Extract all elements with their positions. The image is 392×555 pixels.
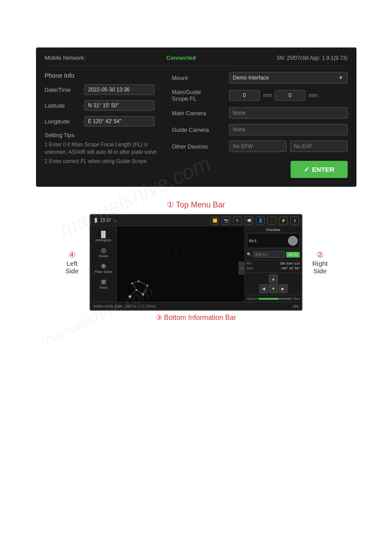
fl-input-2[interactable]: 0 <box>275 90 306 101</box>
dpad-down[interactable]: ▼ <box>269 284 278 293</box>
plate-solve-icon: ⊕ <box>101 262 106 269</box>
eaf-input[interactable]: No EAF <box>290 141 348 152</box>
datetime-input: 2022-05-30 13:36 <box>84 84 155 95</box>
latitude-row: Latitude N 31° 15′ 50″ <box>45 100 163 111</box>
enter-button[interactable]: ✓ ENTER <box>291 161 348 178</box>
tools-label: Tools <box>99 286 108 290</box>
speed-row: Speed Max <box>247 297 300 301</box>
demo-diagram: ④ Left Side 🔋 13:37 ↑↓ 📶 📷 ↻ 📢 👤 ⋮ <box>36 214 356 322</box>
setting-tips: Setting Tips 1 Enter 0 if Main Scope Foc… <box>45 132 163 165</box>
top-icons-group: 📶 📷 ↻ 📢 👤 ⋮ ⚡ ℹ <box>210 217 299 225</box>
screen-bottom-bar: 3008×3008 Gain: 100 24.1°C (20%) Idle <box>90 302 302 310</box>
sn-info: SN: 25f07c0d App: 1.9.1(9.73) <box>277 55 347 61</box>
fl-input-1[interactable]: 0 <box>229 90 260 101</box>
left-side-label: ④ Left Side <box>54 250 90 275</box>
preview-circle <box>288 236 298 246</box>
preview-box: Bin1 <box>247 233 300 248</box>
goto-button[interactable]: Go To <box>286 252 300 258</box>
person-icon[interactable]: 👤 <box>256 217 265 225</box>
main-camera-row: Main Camera None <box>172 107 348 119</box>
other-devices-control: No EFW No EAF <box>229 141 348 152</box>
ra-label: RA <box>247 261 252 265</box>
dec-label: DEC <box>247 266 254 270</box>
sidebar-histogram[interactable]: ▐▌ Histogram <box>90 229 116 244</box>
coords-section: RA 16h 33m 12s DEC +86° 20′ 58″ <box>245 260 302 273</box>
speed-label: Speed <box>247 297 257 301</box>
plate-solve-label: Plate Solve <box>94 270 112 274</box>
other-devices-row: Other Devices No EFW No EAF <box>172 141 348 152</box>
histogram-label: Histogram <box>95 238 111 242</box>
bin-label: Bin1 <box>249 239 257 243</box>
status-bar: Mobile Network: Connected SN: 25f07c0d A… <box>45 53 348 66</box>
svg-line-7 <box>137 290 143 294</box>
dec-value: +86° 20′ 58″ <box>281 266 300 270</box>
guide-camera-control: None <box>229 124 348 135</box>
svg-line-8 <box>143 286 147 294</box>
rotate-icon[interactable]: ↻ <box>233 217 242 225</box>
dpad: ▲ ◀ ▼ ▶ <box>247 275 300 293</box>
left-side-number: ④ <box>54 250 90 260</box>
search-input-small[interactable]: 搜索中心 <box>253 251 285 258</box>
bottom-bar-right: Idle <box>292 304 299 308</box>
constellation-svg <box>121 275 156 305</box>
left-column: Phone Info Date/Time 2022-05-30 13:36 La… <box>45 72 163 178</box>
grid-icon[interactable]: ⋮ <box>267 217 276 225</box>
section3-label: ③ Bottom Information Bar <box>36 313 356 322</box>
latitude-label: Latitude <box>45 102 84 109</box>
expand-button[interactable]: › <box>238 261 245 275</box>
scope-fl-control: 0 mm 0 mm <box>229 90 348 101</box>
scope-fl-label: Main/GuideScope FL <box>172 89 229 102</box>
info-icon[interactable]: ℹ <box>290 217 299 225</box>
screen-content: ▐▌ Histogram ◎ Guide ⊕ Plate Solve ⊞ Too… <box>90 226 302 310</box>
main-camera-label: Main Camera <box>172 110 229 116</box>
left-side-line2: Side <box>54 267 90 275</box>
svg-line-11 <box>132 283 137 290</box>
preview-section: Preview Bin1 <box>245 226 302 250</box>
longitude-label: Longitude <box>45 118 84 125</box>
section1-text: ① Top Menu Bar <box>167 200 225 209</box>
wifi-icon[interactable]: 📶 <box>210 217 219 225</box>
tip2: 2 Enter correct FL when using Guide Scop… <box>45 158 163 165</box>
sidebar-plate-solve[interactable]: ⊕ Plate Solve <box>90 261 116 276</box>
tips-title: Setting Tips <box>45 132 163 138</box>
right-side-line2: Side <box>302 267 338 275</box>
dpad-right[interactable]: ▶ <box>279 284 288 293</box>
camera-icon[interactable]: 📷 <box>222 217 230 225</box>
battery-icon: 🔋 <box>93 218 98 223</box>
guide-camera-label: Guide Camera <box>172 127 229 133</box>
battery-time: 🔋 13:37 ↑↓ <box>93 218 117 223</box>
search-placeholder: 搜索中心 <box>255 252 269 257</box>
right-column: Mount Demo Interface ▼ Main/GuideScope F… <box>172 72 348 178</box>
longitude-input: E 120° 42′ 54″ <box>84 116 155 127</box>
tip1: 1 Enter 0 if Main Scope Focal Length (FL… <box>45 141 163 156</box>
megaphone-icon[interactable]: 📢 <box>245 217 253 225</box>
star-field-text: × × × × × × <box>160 251 201 256</box>
efw-input[interactable]: No EFW <box>229 141 287 152</box>
mount-value: Demo Interface <box>233 75 269 81</box>
config-panel: Mobile Network: Connected SN: 25f07c0d A… <box>36 47 356 187</box>
other-devices-inputs: No EFW No EAF <box>229 141 348 152</box>
sidebar-guide[interactable]: ◎ Guide <box>90 245 116 260</box>
mount-row: Mount Demo Interface ▼ <box>172 72 348 83</box>
dpad-left[interactable]: ◀ <box>259 284 268 293</box>
main-camera-control: None <box>229 107 348 119</box>
datetime-row: Date/Time 2022-05-30 13:36 <box>45 84 163 95</box>
dpad-up[interactable]: ▲ <box>269 275 278 283</box>
section1-label: ① Top Menu Bar <box>0 200 392 210</box>
check-icon: ✓ <box>304 165 309 174</box>
screen-right-panel: Preview Bin1 🔍 搜索中心 Go <box>245 226 302 310</box>
screen-mockup: 🔋 13:37 ↑↓ 📶 📷 ↻ 📢 👤 ⋮ ⚡ ℹ <box>90 214 302 311</box>
sidebar-tools[interactable]: ⊞ Tools <box>90 276 116 291</box>
mount-select[interactable]: Demo Interface ▼ <box>229 72 348 83</box>
mount-select-box[interactable]: Demo Interface ▼ <box>229 72 348 83</box>
panel-body: Phone Info Date/Time 2022-05-30 13:36 La… <box>45 72 348 178</box>
right-side-label: ② Right Side <box>302 250 338 275</box>
controls-section: ▲ ◀ ▼ ▶ <box>245 273 302 295</box>
section3-text: ③ Bottom Information Bar <box>156 314 236 321</box>
screen-time: 13:37 <box>100 218 111 223</box>
lightning-icon[interactable]: ⚡ <box>279 217 288 225</box>
histogram-icon: ▐▌ <box>99 231 108 238</box>
guide-camera-input[interactable]: None <box>229 124 348 135</box>
speed-slider[interactable] <box>258 298 292 300</box>
main-camera-input[interactable]: None <box>229 107 348 119</box>
